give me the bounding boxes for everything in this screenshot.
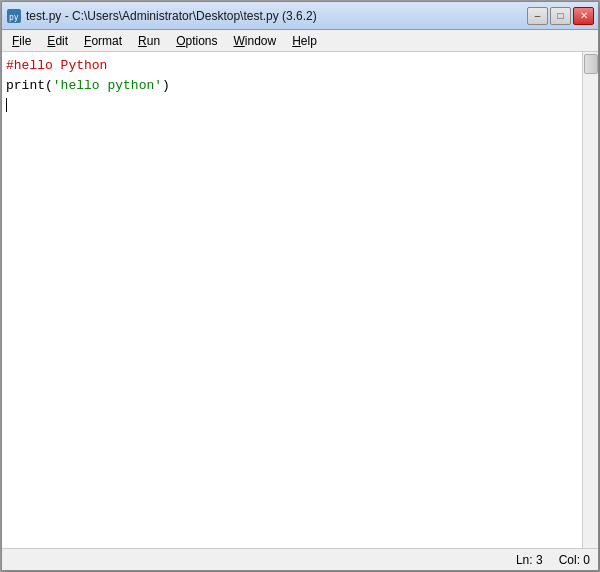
code-line-2: print('hello python') — [6, 76, 578, 96]
status-bar: Ln: 3 Col: 0 — [2, 548, 598, 570]
close-button[interactable]: ✕ — [573, 7, 594, 25]
menu-help[interactable]: Help — [284, 30, 325, 51]
title-bar: py test.py - C:\Users\Administrator\Desk… — [2, 2, 598, 30]
app-icon: py — [6, 8, 22, 24]
main-window: py test.py - C:\Users\Administrator\Desk… — [1, 1, 599, 571]
code-suffix: ) — [162, 78, 170, 93]
status-line: Ln: 3 — [516, 553, 543, 567]
title-bar-left: py test.py - C:\Users\Administrator\Desk… — [6, 8, 317, 24]
text-cursor — [6, 98, 7, 112]
status-col: Col: 0 — [559, 553, 590, 567]
code-string: 'hello python' — [53, 78, 162, 93]
menu-format[interactable]: Format — [76, 30, 130, 51]
window-controls: – □ ✕ — [527, 7, 594, 25]
maximize-button[interactable]: □ — [550, 7, 571, 25]
code-line-3 — [6, 95, 578, 115]
menu-bar: File Edit Format Run Options Window Help — [2, 30, 598, 52]
status-info: Ln: 3 Col: 0 — [516, 553, 590, 567]
scrollbar-thumb[interactable] — [584, 54, 598, 74]
editor-container: #hello Python print('hello python') — [2, 52, 598, 548]
code-func: print( — [6, 78, 53, 93]
window-title: test.py - C:\Users\Administrator\Desktop… — [26, 9, 317, 23]
menu-run[interactable]: Run — [130, 30, 168, 51]
menu-window[interactable]: Window — [226, 30, 285, 51]
vertical-scrollbar[interactable] — [582, 52, 598, 548]
menu-edit[interactable]: Edit — [39, 30, 76, 51]
editor-content[interactable]: #hello Python print('hello python') — [2, 52, 582, 548]
svg-text:py: py — [9, 13, 19, 22]
code-line-1: #hello Python — [6, 56, 578, 76]
menu-file[interactable]: File — [4, 30, 39, 51]
menu-options[interactable]: Options — [168, 30, 225, 51]
minimize-button[interactable]: – — [527, 7, 548, 25]
